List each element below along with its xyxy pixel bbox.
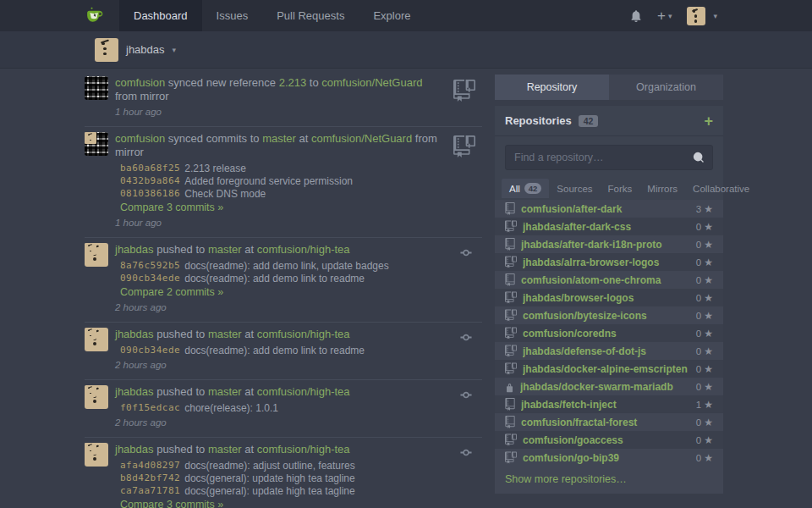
commit-hash-link[interactable]: b8d42bf742 <box>120 472 180 483</box>
repository-row[interactable]: comfusion/atom-one-chroma0★ <box>495 271 723 289</box>
repository-link[interactable]: jhabdas/fetch-inject <box>521 399 696 411</box>
repository-row[interactable]: jhabdas/fetch-inject1★ <box>495 395 723 413</box>
feed-link[interactable]: jhabdas <box>115 328 154 340</box>
repo-clone-icon <box>505 291 517 304</box>
nav-item-dashboard[interactable]: Dashboard <box>119 0 202 31</box>
repository-row[interactable]: jhabdas/docker-alpine-emscripten0★ <box>495 360 723 378</box>
commit-hash-link[interactable]: 0432b9a864 <box>120 175 180 186</box>
feed-link[interactable]: jhabdas <box>115 385 154 398</box>
gitea-dashboard: DashboardIssuesPull RequestsExplore + ▾ … <box>0 0 812 508</box>
sidebar-tab-repository[interactable]: Repository <box>495 75 609 100</box>
repositories-panel: Repositories 42 + All42SourcesForksMirro… <box>495 106 723 494</box>
feed-link[interactable]: comfusion/high-tea <box>257 328 350 340</box>
git-commit-icon <box>457 331 475 346</box>
commit-message: docs(general): update high tea tagline <box>184 485 354 497</box>
feed-link[interactable]: master <box>208 385 242 398</box>
repository-row[interactable]: comfusion/bytesize-icons0★ <box>495 306 723 324</box>
repository-row[interactable]: jhabdas/after-dark-i18n-proto0★ <box>495 235 723 253</box>
chevron-down-icon[interactable]: ▾ <box>173 46 177 54</box>
repositories-count-badge: 42 <box>579 115 599 127</box>
repo-clone-icon <box>505 362 517 375</box>
repository-link[interactable]: jhabdas/after-dark-css <box>523 221 696 233</box>
star-icon: ★ <box>704 292 713 304</box>
repo-filter-collaborative[interactable]: Collaborative <box>685 179 757 198</box>
repository-row[interactable]: jhabdas/docker-swarm-mariadb0★ <box>495 378 723 395</box>
feed-link[interactable]: master <box>208 243 242 256</box>
nav-item-pull-requests[interactable]: Pull Requests <box>262 0 359 31</box>
repository-row[interactable]: comfusion/after-dark3★ <box>495 200 723 218</box>
commit-hash-link[interactable]: 090cb34ede <box>120 345 180 356</box>
compare-commits-link[interactable]: Compare 3 commits » <box>120 499 482 508</box>
feed-link[interactable]: comfusion/high-tea <box>257 443 350 456</box>
repository-row[interactable]: comfusion/go-bip390★ <box>495 449 723 467</box>
commit-hash-link[interactable]: afa4d08297 <box>120 460 180 471</box>
notifications-button[interactable] <box>630 10 642 22</box>
repository-star-count: 0★ <box>696 328 713 340</box>
repository-link[interactable]: comfusion/goaccess <box>523 434 696 446</box>
repo-filter-sources[interactable]: Sources <box>549 179 600 198</box>
feed-link[interactable]: comfusion <box>115 132 165 145</box>
feed-link[interactable]: master <box>208 328 242 340</box>
feed-text: at <box>242 328 257 340</box>
repository-star-count: 0★ <box>696 221 713 233</box>
repository-link[interactable]: comfusion/atom-one-chroma <box>521 274 696 286</box>
repo-filter-forks[interactable]: Forks <box>601 179 640 198</box>
feed-link[interactable]: comfusion/NetGuard <box>321 76 422 89</box>
repo-filter-all[interactable]: All42 <box>502 179 549 198</box>
feed-link[interactable]: jhabdas <box>115 443 154 456</box>
feed-text: pushed to <box>154 443 208 456</box>
commit-hash-link[interactable]: f0f15edcac <box>120 402 180 413</box>
star-icon: ★ <box>704 221 713 233</box>
repository-row[interactable]: comfusion/fractal-forest0★ <box>495 413 723 431</box>
compare-commits-link[interactable]: Compare 2 commits » <box>120 286 482 299</box>
commit-hash-link[interactable]: ba60a68f25 <box>120 163 180 174</box>
commit-hash-link[interactable]: 0810386186 <box>120 188 180 199</box>
star-count-value: 3 <box>696 204 701 214</box>
repository-link[interactable]: comfusion/coredns <box>523 328 696 340</box>
new-repository-button[interactable]: + <box>704 113 713 129</box>
repository-link[interactable]: jhabdas/alrra-browser-logos <box>523 257 696 268</box>
compare-commits-link[interactable]: Compare 3 commits » <box>120 202 482 214</box>
feed-link[interactable]: comfusion/NetGuard <box>311 132 412 145</box>
feed-link[interactable]: 2.213 <box>279 76 307 89</box>
gitea-logo[interactable] <box>85 0 106 31</box>
nav-item-explore[interactable]: Explore <box>359 0 425 31</box>
create-new-button[interactable]: + ▾ <box>657 8 672 23</box>
feed-link[interactable]: master <box>208 443 242 456</box>
feed-link[interactable]: jhabdas <box>115 243 154 256</box>
commit-hash-link[interactable]: 8a76c592b5 <box>120 260 180 271</box>
show-more-repositories-link[interactable]: Show more repositories… <box>495 467 723 494</box>
user-menu-button[interactable]: ▾ <box>687 7 717 25</box>
repository-link[interactable]: jhabdas/browser-logos <box>523 292 696 304</box>
commit-line: afa4d08297docs(readme): adjust outline, … <box>120 459 482 472</box>
commit-hash-link[interactable]: ca7aa71781 <box>120 485 180 496</box>
repository-row[interactable]: comfusion/coredns0★ <box>495 324 723 342</box>
git-commit-icon <box>457 446 475 461</box>
repository-row[interactable]: jhabdas/alrra-browser-logos0★ <box>495 253 723 271</box>
repository-row[interactable]: jhabdas/browser-logos0★ <box>495 289 723 306</box>
repository-search-input[interactable] <box>505 145 713 170</box>
feed-entry-body: comfusion synced new reference 2.213 to … <box>115 76 482 118</box>
committer-avatar <box>85 385 96 397</box>
sidebar-tab-organization[interactable]: Organization <box>609 75 723 100</box>
repository-link[interactable]: comfusion/fractal-forest <box>521 417 696 428</box>
nav-item-issues[interactable]: Issues <box>202 0 263 31</box>
commit-hash-link[interactable]: 090cb34ede <box>120 273 180 284</box>
repository-link[interactable]: comfusion/go-bip39 <box>523 452 696 464</box>
repository-link[interactable]: jhabdas/docker-alpine-emscripten <box>523 363 696 375</box>
feed-link[interactable]: comfusion/high-tea <box>257 385 350 398</box>
feed-link[interactable]: comfusion <box>115 76 165 89</box>
repository-link[interactable]: jhabdas/after-dark-i18n-proto <box>521 239 696 251</box>
repo-filter-mirrors[interactable]: Mirrors <box>639 179 685 198</box>
repository-row[interactable]: jhabdas/after-dark-css0★ <box>495 218 723 235</box>
repository-link[interactable]: comfusion/after-dark <box>521 203 696 215</box>
repository-link[interactable]: jhabdas/defense-of-dot-js <box>523 345 696 357</box>
search-icon[interactable] <box>693 152 705 166</box>
repository-row[interactable]: jhabdas/defense-of-dot-js0★ <box>495 342 723 360</box>
feed-link[interactable]: comfusion/high-tea <box>257 243 350 256</box>
repository-link[interactable]: comfusion/bytesize-icons <box>523 310 696 322</box>
repository-link[interactable]: jhabdas/docker-swarm-mariadb <box>520 381 696 393</box>
repository-row[interactable]: comfusion/goaccess0★ <box>495 431 723 449</box>
feed-link[interactable]: master <box>262 132 296 145</box>
actor-avatar[interactable] <box>85 76 108 100</box>
